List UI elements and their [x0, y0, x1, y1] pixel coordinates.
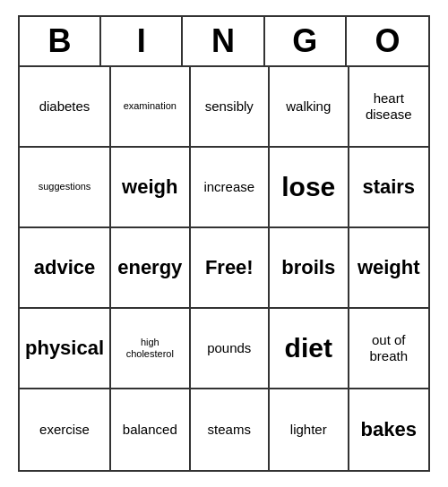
bingo-cell: sensibly — [191, 67, 270, 148]
cell-text: high cholesterol — [116, 337, 183, 360]
cell-text: increase — [203, 179, 254, 195]
cell-text: suggestions — [39, 181, 91, 192]
cell-text: walking — [286, 98, 331, 115]
bingo-cell: high cholesterol — [111, 309, 190, 389]
bingo-cell: balanced — [111, 389, 190, 470]
bingo-cell: examination — [111, 67, 190, 148]
cell-text: energy — [117, 256, 182, 279]
header-letter: B — [20, 17, 101, 65]
cell-text: lose — [281, 171, 335, 203]
cell-text: balanced — [123, 422, 177, 438]
bingo-card: BINGO diabetesexaminationsensiblywalking… — [18, 15, 430, 472]
cell-text: sensibly — [205, 98, 254, 115]
cell-text: diabetes — [39, 98, 90, 115]
bingo-cell: Free! — [191, 228, 270, 309]
bingo-cell: broils — [270, 228, 349, 309]
bingo-cell: diabetes — [20, 67, 111, 148]
cell-text: steams — [208, 422, 251, 438]
bingo-cell: diet — [270, 309, 349, 389]
bingo-cell: energy — [111, 228, 190, 309]
header-letter: O — [347, 17, 428, 65]
cell-text: broils — [281, 256, 335, 279]
cell-text: weigh — [122, 175, 177, 199]
cell-text: diet — [285, 332, 332, 364]
cell-text: advice — [34, 256, 96, 279]
bingo-cell: increase — [191, 148, 270, 228]
bingo-cell: exercise — [20, 389, 111, 470]
bingo-cell: physical — [20, 309, 111, 389]
bingo-cell: weigh — [111, 148, 190, 228]
cell-text: bakes — [361, 418, 417, 441]
bingo-cell: heart disease — [349, 67, 429, 148]
cell-text: weight — [358, 256, 420, 279]
bingo-cell: suggestions — [20, 148, 111, 228]
bingo-grid: diabetesexaminationsensiblywalkingheart … — [20, 67, 428, 470]
bingo-cell: walking — [270, 67, 349, 148]
cell-text: lighter — [290, 422, 327, 438]
bingo-cell: steams — [191, 389, 270, 470]
bingo-cell: advice — [20, 228, 111, 309]
cell-text: stairs — [362, 175, 415, 199]
cell-text: physical — [25, 337, 104, 360]
bingo-cell: bakes — [349, 389, 429, 470]
cell-text: heart disease — [355, 90, 424, 123]
header-letter: I — [101, 17, 183, 65]
bingo-cell: stairs — [349, 148, 429, 228]
bingo-cell: out of breath — [349, 309, 429, 389]
header-letter: G — [265, 17, 347, 65]
cell-text: pounds — [207, 340, 251, 356]
bingo-cell: pounds — [191, 309, 270, 389]
bingo-cell: lighter — [270, 389, 349, 470]
header-letter: N — [183, 17, 264, 65]
bingo-cell: weight — [349, 228, 429, 309]
bingo-cell: lose — [270, 148, 349, 228]
cell-text: exercise — [39, 422, 90, 438]
cell-text: out of breath — [355, 332, 424, 364]
cell-text: examination — [124, 100, 177, 112]
bingo-header: BINGO — [20, 17, 428, 67]
cell-text: Free! — [205, 256, 254, 279]
